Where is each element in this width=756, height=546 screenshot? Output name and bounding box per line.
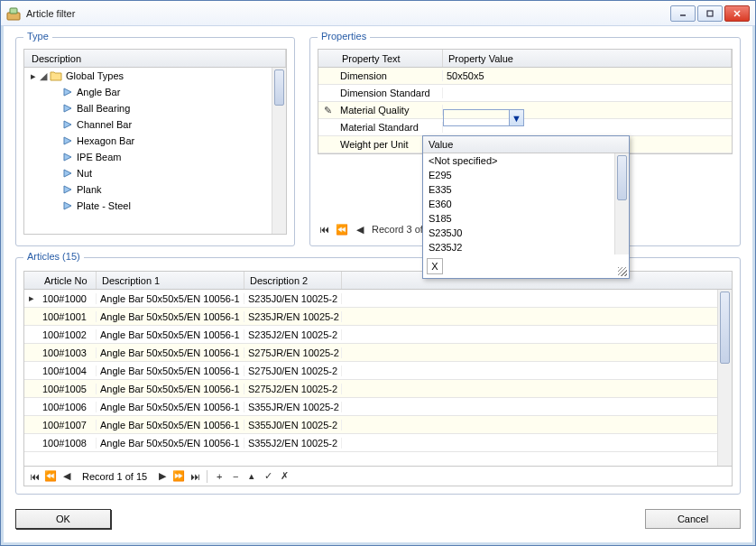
nav-prevpage-button[interactable]: ⏪ bbox=[44, 470, 57, 482]
property-row[interactable]: Dimension50x50x5 bbox=[318, 68, 732, 85]
nav-last-button[interactable]: ⏭ bbox=[189, 471, 201, 482]
property-text: Material Standard bbox=[337, 122, 443, 133]
tree-item[interactable]: Plate - Steel bbox=[24, 198, 286, 214]
tree-item[interactable]: Ball Bearing bbox=[24, 100, 286, 116]
scrollbar-thumb[interactable] bbox=[617, 155, 627, 200]
article-desc2: S355J2/EN 10025-2 bbox=[244, 438, 342, 449]
article-no: 100#1006 bbox=[39, 402, 97, 412]
dropdown-option[interactable]: S235J2 bbox=[423, 240, 614, 254]
nav-cancel-button[interactable]: ✗ bbox=[278, 470, 290, 482]
nav-nextpage-button[interactable]: ⏩ bbox=[172, 470, 185, 482]
props-col-value[interactable]: Property Value bbox=[443, 50, 732, 67]
article-row[interactable]: ▸100#1000Angle Bar 50x50x5/EN 10056-1S23… bbox=[24, 290, 717, 308]
property-value-dropdown[interactable]: ▼ bbox=[443, 109, 524, 126]
item-icon bbox=[62, 200, 73, 211]
article-desc1: Angle Bar 50x50x5/EN 10056-1 bbox=[97, 420, 244, 430]
nav-edit-button[interactable]: ▴ bbox=[245, 470, 258, 482]
dropdown-option[interactable]: S235J0 bbox=[423, 226, 614, 240]
type-group: Type Description ▸ ◢ Global Types Angle … bbox=[15, 37, 295, 246]
articles-scrollbar[interactable] bbox=[717, 290, 732, 466]
tree-item[interactable]: IPE Beam bbox=[24, 149, 286, 165]
nav-next-button[interactable]: ▶ bbox=[156, 470, 169, 482]
article-row[interactable]: 100#1005Angle Bar 50x50x5/EN 10056-1S275… bbox=[24, 380, 717, 398]
row-marker-icon: ▸ bbox=[28, 70, 39, 82]
tree-item[interactable]: Channel Bar bbox=[24, 116, 286, 133]
article-row[interactable]: 100#1006Angle Bar 50x50x5/EN 10056-1S355… bbox=[24, 398, 717, 416]
article-desc1: Angle Bar 50x50x5/EN 10056-1 bbox=[97, 347, 244, 358]
property-row[interactable]: Dimension Standard bbox=[318, 85, 732, 102]
article-desc2: S275J2/EN 10025-2 bbox=[244, 384, 342, 394]
article-desc2: S355JR/EN 10025-2 bbox=[244, 402, 342, 412]
dropdown-header[interactable]: Value bbox=[423, 136, 629, 153]
articles-col-no[interactable]: Article No bbox=[39, 272, 97, 289]
nav-add-button[interactable]: + bbox=[213, 471, 226, 482]
nav-first-button[interactable]: ⏮ bbox=[318, 224, 330, 235]
type-tree-body[interactable]: ▸ ◢ Global Types Angle BarBall BearingCh… bbox=[24, 68, 286, 234]
articles-col-desc2[interactable]: Description 2 bbox=[244, 272, 342, 289]
article-row[interactable]: 100#1002Angle Bar 50x50x5/EN 10056-1S235… bbox=[24, 326, 717, 344]
property-value-cell[interactable]: 50x50x5 bbox=[443, 70, 732, 81]
article-row[interactable]: 100#1001Angle Bar 50x50x5/EN 10056-1S235… bbox=[24, 308, 717, 326]
item-icon bbox=[62, 168, 73, 179]
clear-icon: X bbox=[431, 261, 438, 272]
tree-item-label: IPE Beam bbox=[77, 152, 122, 162]
nav-prevpage-button[interactable]: ⏪ bbox=[336, 224, 348, 236]
close-icon bbox=[733, 9, 742, 18]
nav-prev-button[interactable]: ◀ bbox=[354, 224, 366, 236]
article-row[interactable]: 100#1003Angle Bar 50x50x5/EN 10056-1S275… bbox=[24, 344, 717, 362]
dropdown-option[interactable]: E360 bbox=[423, 197, 614, 211]
articles-col-desc1[interactable]: Description 1 bbox=[97, 272, 244, 289]
expand-icon[interactable]: ◢ bbox=[39, 70, 48, 82]
article-desc1: Angle Bar 50x50x5/EN 10056-1 bbox=[97, 384, 244, 394]
properties-group: Properties Property Text Property Value … bbox=[309, 37, 741, 246]
nav-remove-button[interactable]: − bbox=[229, 471, 242, 482]
article-no: 100#1007 bbox=[39, 420, 97, 430]
props-col-text[interactable]: Property Text bbox=[337, 50, 443, 67]
dropdown-scrollbar[interactable] bbox=[614, 153, 629, 254]
article-no: 100#1005 bbox=[39, 384, 97, 394]
material-quality-dropdown: Value <Not specified>E295E335E360S185S23… bbox=[422, 135, 630, 279]
ok-button[interactable]: OK bbox=[15, 509, 111, 529]
article-desc1: Angle Bar 50x50x5/EN 10056-1 bbox=[97, 293, 244, 304]
type-legend: Type bbox=[23, 31, 52, 42]
nav-commit-button[interactable]: ✓ bbox=[262, 470, 274, 482]
scrollbar-thumb[interactable] bbox=[720, 292, 730, 364]
tree-item[interactable]: Angle Bar bbox=[24, 84, 286, 100]
maximize-button[interactable] bbox=[697, 5, 723, 22]
minimize-button[interactable] bbox=[670, 5, 696, 22]
type-col-description[interactable]: Description bbox=[26, 50, 286, 67]
dropdown-option[interactable]: <Not specified> bbox=[423, 153, 614, 168]
tree-root-row[interactable]: ▸ ◢ Global Types bbox=[24, 68, 286, 84]
dropdown-option[interactable]: E295 bbox=[423, 168, 614, 182]
article-row[interactable]: 100#1007Angle Bar 50x50x5/EN 10056-1S355… bbox=[24, 416, 717, 434]
svg-rect-1 bbox=[10, 8, 17, 14]
nav-first-button[interactable]: ⏮ bbox=[28, 471, 41, 482]
dropdown-option[interactable]: E335 bbox=[423, 182, 614, 197]
property-row[interactable]: Material Standard bbox=[318, 119, 732, 136]
article-row[interactable]: 100#1008Angle Bar 50x50x5/EN 10056-1S355… bbox=[24, 434, 717, 452]
article-desc1: Angle Bar 50x50x5/EN 10056-1 bbox=[97, 311, 244, 322]
window: Article filter Type Description ▸ ◢ Glob… bbox=[0, 0, 756, 546]
article-no: 100#1002 bbox=[39, 329, 97, 340]
tree-item[interactable]: Nut bbox=[24, 165, 286, 181]
article-row[interactable]: 100#1004Angle Bar 50x50x5/EN 10056-1S275… bbox=[24, 362, 717, 380]
tree-item-label: Ball Bearing bbox=[77, 103, 130, 114]
minimize-icon bbox=[678, 9, 687, 18]
type-scrollbar[interactable] bbox=[272, 68, 286, 234]
tree-item[interactable]: Hexagon Bar bbox=[24, 133, 286, 149]
cancel-button[interactable]: Cancel bbox=[645, 509, 741, 529]
dropdown-clear-button[interactable]: X bbox=[427, 258, 443, 274]
dropdown-toggle-button[interactable]: ▼ bbox=[509, 110, 523, 125]
article-desc2: S275J0/EN 10025-2 bbox=[244, 366, 342, 376]
close-button[interactable] bbox=[724, 5, 750, 22]
tree-item[interactable]: Plank bbox=[24, 181, 286, 198]
property-row[interactable]: ✎Material Quality▼ bbox=[318, 102, 732, 119]
article-no: 100#1003 bbox=[39, 347, 97, 358]
tree-item-label: Channel Bar bbox=[77, 119, 132, 130]
folder-icon bbox=[50, 69, 62, 82]
scrollbar-thumb[interactable] bbox=[274, 69, 284, 106]
resize-grip-icon[interactable] bbox=[618, 267, 627, 276]
dropdown-option[interactable]: S185 bbox=[423, 211, 614, 226]
chevron-down-icon: ▼ bbox=[512, 113, 521, 124]
nav-prev-button[interactable]: ◀ bbox=[60, 470, 73, 482]
